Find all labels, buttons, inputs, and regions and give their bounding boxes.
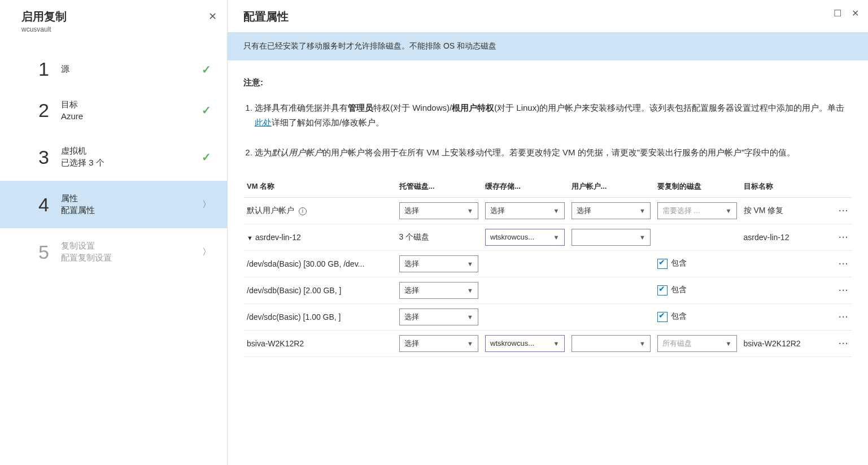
user-account-select[interactable]: 选择▼ xyxy=(572,202,651,219)
expand-caret-icon[interactable]: ▼ xyxy=(247,234,253,241)
left-panel: 启用复制 wcusvault ✕ 1 源 ✓ 2 目标 Azure ✓ 3 xyxy=(0,0,228,465)
more-button[interactable]: ··· xyxy=(828,277,852,303)
check-icon: ✓ xyxy=(202,63,211,76)
step-source[interactable]: 1 源 ✓ xyxy=(0,51,227,87)
chevron-down-icon: ▼ xyxy=(639,340,645,347)
cache-storage-select[interactable]: 选择▼ xyxy=(485,202,565,219)
table-row-disk: /dev/sda(Basic) [30.00 GB, /dev... 选择▼ 包… xyxy=(243,250,852,277)
chevron-down-icon: ▼ xyxy=(639,207,645,214)
th-cache-storage[interactable]: 缓存存储... xyxy=(482,176,568,198)
chevron-down-icon: ▼ xyxy=(467,207,473,214)
chevron-down-icon: ▼ xyxy=(553,340,560,347)
step-target[interactable]: 2 目标 Azure ✓ xyxy=(0,87,227,133)
step-vms[interactable]: 3 虚拟机 已选择 3 个 ✓ xyxy=(0,133,227,181)
more-button[interactable]: ··· xyxy=(828,330,852,357)
th-managed-disk[interactable]: 托管磁盘... xyxy=(396,176,482,198)
info-icon[interactable]: i xyxy=(299,207,307,215)
more-button[interactable]: ··· xyxy=(828,303,852,330)
disk-select[interactable]: 需要选择 ...▼ xyxy=(657,202,737,219)
chevron-down-icon: ▼ xyxy=(726,207,732,214)
check-icon: ✓ xyxy=(202,103,211,117)
maximize-icon[interactable]: ☐ xyxy=(834,8,841,19)
chevron-down-icon: ▼ xyxy=(553,207,560,214)
chevron-right-icon: 〉 xyxy=(202,246,211,258)
table-row-vm: bsiva-W2K12R2 选择▼ wtskrowcus...▼ ▼ 所有磁盘▼… xyxy=(243,330,852,357)
include-checkbox[interactable] xyxy=(657,312,668,322)
user-account-select[interactable]: ▼ xyxy=(572,335,651,352)
vm-table: VM 名称 托管磁盘... 缓存存储... 用户帐户... 要复制的磁盘 目标名… xyxy=(243,176,852,357)
right-panel: 配置属性 ☐ ✕ 只有在已经安装了移动服务时才允许排除磁盘。不能排除 OS 和动… xyxy=(228,0,868,465)
here-link[interactable]: 此处 xyxy=(255,118,272,127)
chevron-right-icon: 〉 xyxy=(202,199,211,211)
managed-disk-select[interactable]: 选择▼ xyxy=(399,255,479,272)
include-checkbox[interactable] xyxy=(657,259,668,269)
left-title: 启用复制 xyxy=(21,9,213,24)
managed-disk-select[interactable]: 选择▼ xyxy=(399,335,479,352)
managed-disk-select[interactable]: 选择▼ xyxy=(399,282,479,299)
th-disk-to-replicate[interactable]: 要复制的磁盘 xyxy=(654,176,740,198)
disk-select[interactable]: 所有磁盘▼ xyxy=(657,335,737,352)
close-icon[interactable]: ✕ xyxy=(208,10,217,23)
check-icon: ✓ xyxy=(202,150,211,164)
chevron-down-icon: ▼ xyxy=(467,314,473,320)
table-row-vm: ▼asrdev-lin-12 3 个磁盘 wtskrowcus...▼ ▼ as… xyxy=(243,224,852,250)
chevron-down-icon: ▼ xyxy=(553,234,560,241)
chevron-down-icon: ▼ xyxy=(467,260,473,267)
th-vm-name[interactable]: VM 名称 xyxy=(243,176,396,198)
info-banner: 只有在已经安装了移动服务时才允许排除磁盘。不能排除 OS 和动态磁盘 xyxy=(228,32,868,60)
chevron-down-icon: ▼ xyxy=(467,287,473,294)
left-subtitle: wcusvault xyxy=(21,25,213,33)
note-1: 选择具有准确凭据并具有管理员特权(对于 Windows)/根用户特权(对于 Li… xyxy=(255,101,852,129)
notes-heading: 注意: xyxy=(243,77,852,88)
include-checkbox[interactable] xyxy=(657,285,668,295)
page-title: 配置属性 xyxy=(243,9,852,24)
table-row-disk: /dev/sdc(Basic) [1.00 GB, ] 选择▼ 包含 ··· xyxy=(243,303,852,330)
more-button[interactable]: ··· xyxy=(828,250,852,277)
note-2: 选为默认用户帐户的用户帐户将会用于在所有 VM 上安装移动代理。若要更改特定 V… xyxy=(255,145,852,160)
managed-disk-select[interactable]: 选择▼ xyxy=(399,308,479,325)
more-button[interactable]: ··· xyxy=(828,224,852,250)
table-row-default: 默认用户帐户 i 选择▼ 选择▼ 选择▼ 需要选择 ...▼ 按 VM 修复 ·… xyxy=(243,197,852,224)
step-properties[interactable]: 4 属性 配置属性 〉 xyxy=(0,181,227,228)
th-target-name[interactable]: 目标名称 xyxy=(740,176,829,198)
managed-disk-select[interactable]: 选择▼ xyxy=(399,202,479,219)
chevron-down-icon: ▼ xyxy=(639,234,645,241)
chevron-down-icon: ▼ xyxy=(726,340,732,347)
th-user-account[interactable]: 用户帐户... xyxy=(568,176,655,198)
wizard-steps: 1 源 ✓ 2 目标 Azure ✓ 3 虚拟机 已选择 3 个 ✓ xyxy=(0,51,227,276)
cache-storage-select[interactable]: wtskrowcus...▼ xyxy=(485,229,565,246)
more-button[interactable]: ··· xyxy=(828,197,852,224)
close-icon[interactable]: ✕ xyxy=(852,8,859,19)
cache-storage-select[interactable]: wtskrowcus...▼ xyxy=(485,335,565,352)
chevron-down-icon: ▼ xyxy=(467,340,473,347)
step-replication-settings[interactable]: 5 复制设置 配置复制设置 〉 xyxy=(0,228,227,276)
table-row-disk: /dev/sdb(Basic) [2.00 GB, ] 选择▼ 包含 ··· xyxy=(243,277,852,303)
user-account-select[interactable]: ▼ xyxy=(572,229,651,246)
